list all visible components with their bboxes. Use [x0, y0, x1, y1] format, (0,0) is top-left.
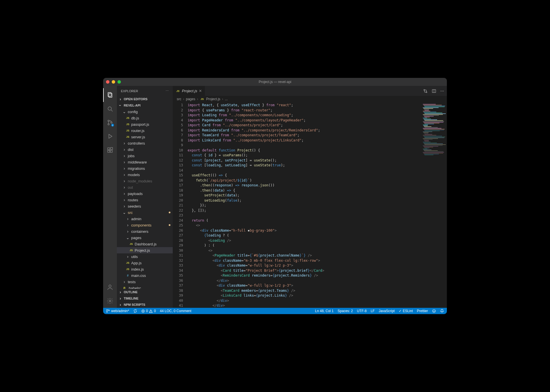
svg-rect-0 — [108, 92, 111, 96]
tree-label: admin — [131, 217, 141, 221]
svg-rect-1 — [109, 93, 112, 97]
pane-workspace[interactable]: › REVEL-API — [117, 102, 173, 109]
svg-point-12 — [109, 285, 111, 287]
folder-seeders[interactable]: ›seeders — [117, 203, 173, 209]
close-icon[interactable]: ✕ — [199, 89, 202, 93]
pane-timeline[interactable]: › TIMELINE — [117, 295, 173, 302]
file-server-js[interactable]: JSserver.js — [117, 134, 173, 140]
tree-label: payloads — [128, 192, 143, 196]
tree-label: utils — [131, 255, 138, 259]
status-cursor[interactable]: Ln 48, Col 1 — [315, 309, 334, 313]
folder-middleware[interactable]: ›middleware — [117, 159, 173, 165]
folder-controllers[interactable]: ›controllers — [117, 140, 173, 146]
window-close-button[interactable] — [106, 80, 109, 84]
window-maximize-button[interactable] — [117, 80, 121, 84]
status-eslint[interactable]: ✓ ESLint — [399, 309, 413, 313]
compare-changes-icon[interactable] — [423, 89, 428, 93]
status-eol[interactable]: LF — [371, 309, 375, 313]
folder-pages[interactable]: ⌄pages — [117, 235, 173, 241]
status-prettier[interactable]: Prettier — [417, 309, 428, 313]
js-icon: JS — [129, 249, 133, 252]
status-branch[interactable]: web/admin* — [106, 309, 129, 313]
js-icon: JS — [125, 117, 130, 119]
more-icon[interactable]: ⋯ — [166, 89, 169, 93]
svg-point-2 — [108, 107, 111, 110]
chevron-right-icon: › — [122, 160, 127, 164]
tree-label: out — [128, 185, 133, 190]
folder-jobs[interactable]: ›jobs — [117, 153, 173, 159]
pane-npm-scripts[interactable]: › NPM SCRIPTS — [117, 302, 173, 308]
activity-settings-icon[interactable] — [103, 294, 117, 308]
titlebar: Project.js — revel-api — [103, 78, 447, 86]
file-router-js[interactable]: JSrouter.js — [117, 127, 173, 134]
status-feedback-icon[interactable] — [432, 309, 436, 313]
file-dashboard-js[interactable]: JSDashboard.js — [117, 241, 173, 247]
tab-project-js[interactable]: JS Project.js ✕ — [173, 86, 205, 96]
tree-label: index.js — [131, 267, 144, 271]
file-passport-js[interactable]: JSpassport.js — [117, 121, 173, 127]
window-minimize-button[interactable] — [112, 80, 115, 84]
status-bar: web/admin* 0 0 44 LOC, 0 Comment Ln 48, … — [103, 308, 447, 314]
tree-label: containers — [131, 229, 148, 234]
activity-explorer-icon[interactable] — [103, 88, 117, 102]
modified-dot-icon — [169, 212, 170, 213]
pane-outline[interactable]: › OUTLINE — [117, 289, 173, 295]
breadcrumb[interactable]: src › pages › JS Project.js › ... — [173, 96, 447, 102]
folder-models[interactable]: ›models — [117, 172, 173, 178]
svg-rect-9 — [108, 150, 110, 152]
folder-utils[interactable]: ›utils — [117, 253, 173, 260]
file-main-css[interactable]: #main.css — [117, 272, 173, 279]
svg-point-28 — [434, 311, 435, 311]
folder-tests[interactable]: ›tests — [117, 279, 173, 285]
tree-label: App.js — [131, 261, 142, 265]
folder-out[interactable]: ›out — [117, 184, 173, 190]
code-editor[interactable]: 1234567891011121314151617181920212223242… — [173, 102, 447, 308]
folder-admin[interactable]: ›admin — [117, 216, 173, 222]
status-bell-icon[interactable] — [440, 309, 444, 313]
activity-extensions-icon[interactable] — [103, 143, 117, 157]
chevron-right-icon: › — [118, 296, 123, 301]
chevron-right-icon: › — [122, 191, 127, 196]
status-loc[interactable]: 44 LOC, 0 Comment — [160, 309, 191, 313]
folder-dist[interactable]: ›dist — [117, 146, 173, 153]
tree-label: models — [128, 173, 140, 177]
activity-bar: 1 — [103, 86, 117, 308]
folder-src[interactable]: ⌄src — [117, 209, 173, 216]
file-index-js[interactable]: JSindex.js — [117, 266, 173, 272]
split-editor-icon[interactable] — [432, 89, 436, 93]
js-icon: JS — [125, 123, 130, 126]
activity-debug-icon[interactable] — [103, 129, 117, 143]
folder-components[interactable]: ›components — [117, 222, 173, 228]
chevron-down-icon: ⌄ — [125, 235, 130, 240]
js-icon: JS — [125, 261, 130, 264]
file-project-js[interactable]: JSProject.js — [117, 247, 173, 253]
folder-migrations[interactable]: ›migrations — [117, 165, 173, 172]
folder-payloads[interactable]: ›payloads — [117, 190, 173, 197]
status-sync[interactable] — [133, 309, 137, 313]
tree-label: tests — [128, 280, 135, 284]
status-encoding[interactable]: UTF-8 — [357, 309, 367, 313]
folder-node_modules[interactable]: ›node_modules — [117, 178, 173, 184]
file-db-js[interactable]: JSdb.js — [117, 115, 173, 121]
chevron-right-icon: › — [118, 97, 123, 101]
status-problems[interactable]: 0 0 — [141, 309, 156, 313]
tree-label: src — [128, 210, 133, 215]
activity-account-icon[interactable] — [103, 280, 117, 294]
more-icon[interactable]: ⋯ — [440, 89, 444, 93]
activity-search-icon[interactable] — [103, 102, 117, 116]
folder-containers[interactable]: ›containers — [117, 228, 173, 235]
svg-point-5 — [108, 124, 109, 125]
minimap[interactable] — [421, 102, 447, 308]
chevron-right-icon: › — [122, 185, 127, 190]
svg-point-18 — [107, 310, 107, 310]
pane-open-editors[interactable]: › OPEN EDITORS — [117, 96, 173, 102]
chevron-right-icon: › — [122, 172, 127, 177]
status-language[interactable]: JavaScript — [379, 309, 395, 313]
status-spaces[interactable]: Spaces: 2 — [338, 309, 353, 313]
folder-config[interactable]: ⌄config — [117, 109, 173, 115]
tree-label: controllers — [128, 141, 145, 145]
activity-scm-icon[interactable]: 1 — [103, 116, 117, 129]
folder-routes[interactable]: ›routes — [117, 197, 173, 203]
file-app-js[interactable]: JSApp.js — [117, 260, 173, 266]
file--babelrc[interactable]: B.babelrc — [117, 285, 173, 289]
